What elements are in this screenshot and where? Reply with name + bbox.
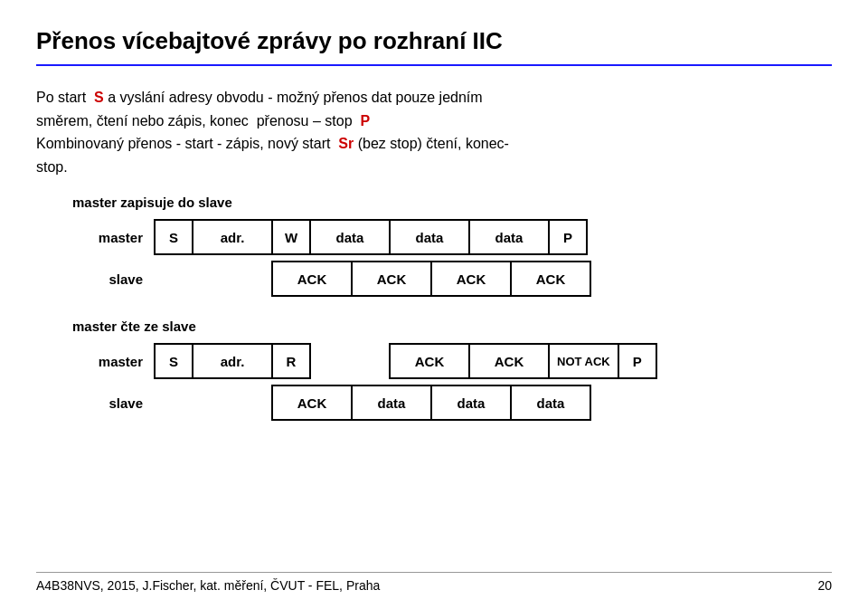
title: Přenos vícebajtové zprávy po rozhraní II… <box>36 27 832 55</box>
cell-P-read: P <box>618 343 657 379</box>
cell-ack2-read-master: ACK <box>468 343 550 379</box>
cell-S-read: S <box>154 343 193 379</box>
cell-data2-write: data <box>389 219 470 255</box>
write-section: master zapisuje do slave master S adr. W… <box>72 195 832 297</box>
footer-left: A4B38NVS, 2015, J.Fischer, kat. měření, … <box>36 578 380 593</box>
read-section: master čte ze slave master S adr. R ACK … <box>72 319 832 421</box>
write-master-label: master <box>72 230 154 245</box>
cell-adr-write: adr. <box>192 219 273 255</box>
cell-P-write: P <box>548 219 588 255</box>
cell-data3-read: data <box>510 385 591 421</box>
cell-ack-read-slave: ACK <box>271 385 353 421</box>
cell-data1-write: data <box>309 219 391 255</box>
read-slave-row: slave ACK data data data <box>72 385 832 421</box>
cell-data1-read: data <box>351 385 432 421</box>
cell-ack1-write: ACK <box>271 261 353 297</box>
cell-data2-read: data <box>430 385 512 421</box>
cell-ack1-read-master: ACK <box>389 343 470 379</box>
write-section-label: master zapisuje do slave <box>72 195 832 210</box>
read-slave-label: slave <box>72 395 154 411</box>
footer: A4B38NVS, 2015, J.Fischer, kat. měření, … <box>36 572 832 593</box>
cell-ack3-write: ACK <box>430 261 512 297</box>
read-master-row: master S adr. R ACK ACK NOT ACK P <box>72 343 832 379</box>
cell-R: R <box>271 343 311 379</box>
cell-W: W <box>271 219 311 255</box>
read-master-label: master <box>72 354 154 369</box>
cell-S-write: S <box>154 219 193 255</box>
write-slave-row: slave ACK ACK ACK ACK <box>72 261 832 297</box>
cell-ack4-write: ACK <box>510 261 591 297</box>
write-master-row: master S adr. W data data data P <box>72 219 832 255</box>
read-section-label: master čte ze slave <box>72 319 832 334</box>
cell-adr-read: adr. <box>192 343 273 379</box>
cell-notack-read-master: NOT ACK <box>548 343 619 379</box>
intro-text: Po start S a vyslání adresy obvodu - mož… <box>36 86 832 178</box>
footer-right: 20 <box>817 578 832 593</box>
cell-ack2-write: ACK <box>351 261 432 297</box>
cell-data3-write: data <box>468 219 550 255</box>
write-slave-label: slave <box>72 271 154 287</box>
